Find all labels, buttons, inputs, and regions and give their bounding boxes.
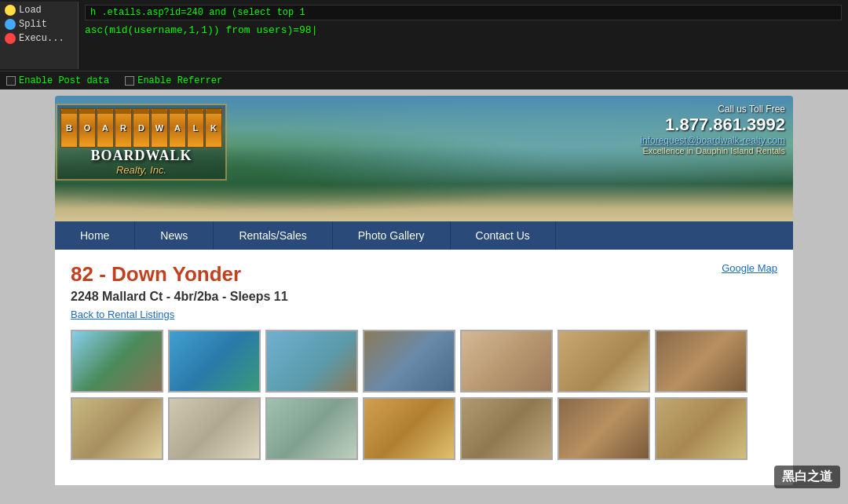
google-map-link[interactable]: Google Map [722, 262, 777, 274]
photo-thumb-14[interactable] [655, 397, 747, 460]
content-area: Google Map 82 - Down Yonder 2248 Mallard… [55, 250, 793, 485]
photo-thumb-6[interactable] [557, 330, 650, 393]
logo-letters: B O A R D W A L K [60, 108, 222, 148]
photo-thumb-5[interactable] [460, 330, 553, 393]
logo-letter-o: O [79, 108, 96, 148]
header-contact: Call us Toll Free 1.877.861.3992 inforeq… [640, 104, 785, 155]
photo-thumb-7[interactable] [655, 330, 747, 393]
checkboxes-bar: Enable Post data Enable Referrer [0, 71, 848, 89]
post-data-checkbox[interactable]: Enable Post data [6, 75, 109, 86]
logo-letter-l: L [187, 108, 204, 148]
watermark: 黑白之道 [774, 466, 840, 488]
photo-thumb-11[interactable] [363, 397, 455, 460]
logo-box: B O A R D W A L K BOARDWALK Realty, Inc. [56, 104, 227, 181]
email-link[interactable]: inforequest@boardwalk-realty.com [640, 135, 785, 146]
split-button[interactable]: Split [5, 19, 73, 30]
nav-home[interactable]: Home [55, 221, 135, 250]
checkbox-box [6, 76, 16, 86]
nav-contact[interactable]: Contact Us [451, 221, 556, 250]
nav-bar: Home News Rentals/Sales Photo Gallery Co… [55, 221, 793, 250]
back-to-listings-link[interactable]: Back to Rental Listings [71, 309, 174, 320]
property-subtitle: 2248 Mallard Ct - 4br/2ba - Sleeps 11 [71, 290, 777, 304]
photo-thumb-9[interactable] [168, 397, 261, 460]
photo-thumb-8[interactable] [71, 397, 163, 460]
nav-gallery[interactable]: Photo Gallery [333, 221, 451, 250]
url-bar: h .etails.asp?id=240 and (select top 1 [85, 5, 842, 20]
toolbar-main: h .etails.asp?id=240 and (select top 1 a… [79, 2, 848, 69]
photo-thumb-2[interactable] [168, 330, 261, 393]
logo-overlay: B O A R D W A L K BOARDWALK Realty, Inc. [63, 104, 220, 214]
photo-thumb-13[interactable] [557, 397, 650, 460]
photo-thumb-4[interactable] [363, 330, 455, 393]
nav-rentals[interactable]: Rentals/Sales [214, 221, 332, 250]
logo-letter-a: A [97, 108, 114, 148]
toolbar-buttons: Load Split Execu... [0, 2, 79, 69]
toll-free-label: Call us Toll Free [640, 104, 785, 115]
logo-letter-b: B [60, 108, 78, 148]
header-banner: B O A R D W A L K BOARDWALK Realty, Inc.… [55, 96, 793, 221]
split-icon [5, 19, 16, 30]
site-header: B O A R D W A L K BOARDWALK Realty, Inc.… [55, 96, 793, 221]
checkbox-box2 [125, 76, 134, 86]
logo-letter-a2: A [169, 108, 186, 148]
phone-number: 1.877.861.3992 [640, 115, 785, 135]
logo-sub: Realty, Inc. [116, 164, 166, 176]
logo-letter-w: W [151, 108, 168, 148]
load-button[interactable]: Load [5, 5, 73, 16]
logo-letter-k: K [205, 108, 222, 148]
photo-thumb-3[interactable] [265, 330, 358, 393]
photo-thumb-12[interactable] [460, 397, 553, 460]
tagline: Excellence in Dauphin Island Rentals [640, 146, 785, 155]
toolbar: Load Split Execu... h .etails.asp?id=240… [0, 0, 848, 71]
logo-name: BOARDWALK [90, 148, 192, 164]
photo-grid [71, 330, 777, 460]
referrer-checkbox[interactable]: Enable Referrer [125, 75, 222, 86]
photo-thumb-1[interactable] [71, 330, 163, 393]
exec-button[interactable]: Execu... [5, 33, 73, 44]
property-title: 82 - Down Yonder [71, 262, 777, 287]
logo-letter-r: R [115, 108, 132, 148]
sql-input[interactable]: asc(mid(username,1,1)) from users)=98| [85, 24, 842, 38]
exec-icon [5, 33, 16, 44]
nav-news[interactable]: News [135, 221, 214, 250]
photo-thumb-10[interactable] [265, 397, 358, 460]
load-icon [5, 5, 16, 16]
logo-letter-d: D [133, 108, 150, 148]
